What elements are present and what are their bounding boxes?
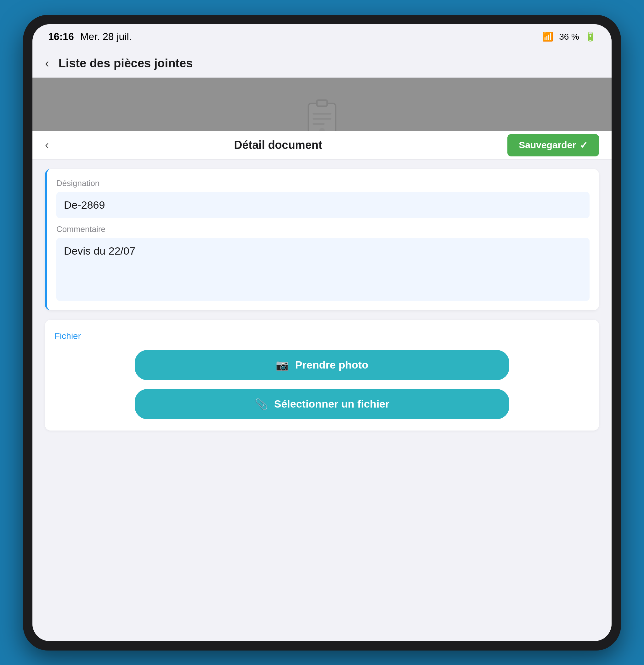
modal-card: ‹ Détail document Sauvegarder ✓ Désig <box>33 131 611 641</box>
battery-icon: 🔋 <box>585 32 596 42</box>
file-section-label: Fichier <box>54 331 590 341</box>
modal-overlay: ‹ Détail document Sauvegarder ✓ Désig <box>33 78 611 641</box>
modal-body: Désignation De-2869 Commentaire Devis du… <box>33 159 611 641</box>
battery-text: 36 % <box>559 32 579 42</box>
form-card: Désignation De-2869 Commentaire Devis du… <box>45 169 599 310</box>
select-file-button[interactable]: 📎 Sélectionner un fichier <box>135 389 509 419</box>
file-card: Fichier 📷 Prendre photo 📎 Sélectionner u… <box>45 320 599 431</box>
nav-back-button[interactable]: ‹ <box>45 57 49 70</box>
check-icon: ✓ <box>580 140 588 151</box>
take-photo-button[interactable]: 📷 Prendre photo <box>135 350 509 380</box>
save-label: Sauvegarder <box>519 140 576 150</box>
tablet-frame: 16:16 Mer. 28 juil. 📶 36 % 🔋 ‹ Liste des… <box>23 15 621 650</box>
select-file-label: Sélectionner un fichier <box>274 398 390 410</box>
tablet-screen: 16:16 Mer. 28 juil. 📶 36 % 🔋 ‹ Liste des… <box>33 24 611 641</box>
screen-content: Aucune donnée à afficher ‹ Détail docume… <box>33 78 611 641</box>
status-time: 16:16 <box>48 31 74 42</box>
paperclip-icon: 📎 <box>254 398 268 411</box>
commentaire-value[interactable]: Devis du 22/07 <box>56 238 590 301</box>
designation-label: Désignation <box>56 178 590 188</box>
modal-header: ‹ Détail document Sauvegarder ✓ <box>33 131 611 159</box>
modal-title: Détail document <box>234 138 322 152</box>
wifi-icon: 📶 <box>542 32 553 42</box>
top-nav: ‹ Liste des pièces jointes <box>33 50 611 78</box>
camera-icon: 📷 <box>276 359 289 372</box>
status-bar: 16:16 Mer. 28 juil. 📶 36 % 🔋 <box>33 24 611 50</box>
status-right: 📶 36 % 🔋 <box>542 32 596 42</box>
commentaire-label: Commentaire <box>56 224 590 234</box>
save-button[interactable]: Sauvegarder ✓ <box>507 134 599 156</box>
take-photo-label: Prendre photo <box>295 359 368 371</box>
modal-back-button[interactable]: ‹ <box>45 138 49 152</box>
nav-title: Liste des pièces jointes <box>59 57 193 70</box>
status-date: Mer. 28 juil. <box>80 31 132 42</box>
designation-value[interactable]: De-2869 <box>56 192 590 218</box>
